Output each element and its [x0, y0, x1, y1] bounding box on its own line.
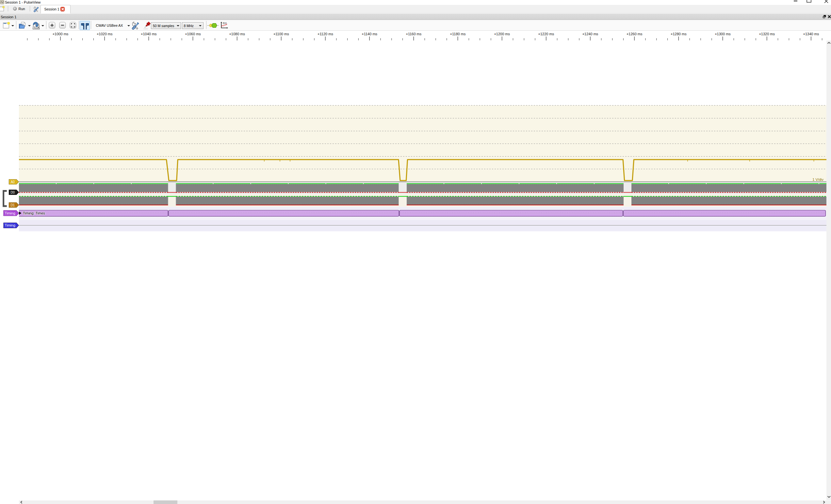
svg-text:+1240 ms: +1240 ms: [582, 32, 598, 36]
svg-text:+1200 ms: +1200 ms: [494, 32, 510, 36]
svg-text:+1340 ms: +1340 ms: [803, 32, 819, 36]
svg-text:Timing: Timing: [5, 223, 16, 227]
svg-text:Timing: Times: Timing: Times: [23, 211, 46, 215]
svg-text:A0: A0: [11, 180, 15, 184]
svg-text:+1260 ms: +1260 ms: [627, 32, 642, 36]
svg-text:+1140 ms: +1140 ms: [362, 32, 377, 36]
svg-text:+1300 ms: +1300 ms: [715, 32, 731, 36]
svg-text:+1160 ms: +1160 ms: [406, 32, 421, 36]
svg-text:+1180 ms: +1180 ms: [450, 32, 466, 36]
svg-text:D0: D0: [10, 190, 15, 194]
svg-text:+1060 ms: +1060 ms: [185, 32, 201, 36]
svg-text:+1000 ms: +1000 ms: [53, 32, 68, 36]
svg-text:Timing: Timing: [5, 211, 16, 215]
svg-text:1 V/div: 1 V/div: [812, 178, 824, 181]
svg-text:+1020 ms: +1020 ms: [97, 32, 113, 36]
svg-text:+1080 ms: +1080 ms: [229, 32, 245, 36]
svg-text:+1280 ms: +1280 ms: [670, 32, 687, 36]
svg-text:+1100 ms: +1100 ms: [274, 32, 289, 36]
svg-text:D1: D1: [10, 203, 15, 207]
svg-text:+1040 ms: +1040 ms: [141, 32, 157, 36]
svg-text:+1120 ms: +1120 ms: [317, 32, 333, 36]
svg-text:+1320 ms: +1320 ms: [759, 32, 775, 36]
svg-text:+1220 ms: +1220 ms: [538, 32, 554, 36]
svg-text:f(x): f(x): [223, 22, 227, 25]
